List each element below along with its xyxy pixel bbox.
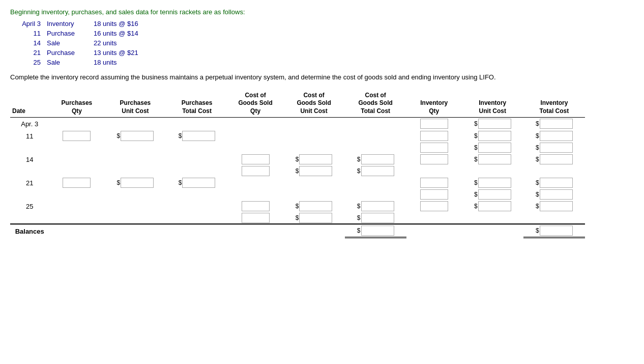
inv-qty-input-25-r1[interactable] — [420, 201, 448, 211]
cogs-unit-cell[interactable]: $ — [283, 200, 345, 212]
item-detail: 16 units @ $14 — [94, 30, 138, 37]
inv-total-input-25-r1[interactable] — [540, 201, 573, 211]
inv-qty-input-21-r2[interactable] — [420, 189, 448, 200]
inv-unit-cell[interactable]: $ — [462, 130, 523, 142]
inv-total-balance-input[interactable] — [540, 226, 573, 236]
inv-qty-cell[interactable] — [406, 189, 462, 200]
purchases-total-cell[interactable]: $ — [166, 130, 227, 142]
inv-total-cell[interactable]: $ — [523, 118, 585, 130]
inv-total-input-11-r2[interactable] — [540, 143, 573, 153]
inv-qty-input-21-r1[interactable] — [420, 178, 448, 188]
inv-unit-cell[interactable]: $ — [462, 200, 523, 212]
col-header-purchases-total-cost: PurchasesTotal Cost — [166, 91, 227, 118]
inv-qty-cell[interactable] — [406, 118, 462, 130]
purchases-unit-input-11[interactable] — [121, 131, 154, 141]
dollar-sign: $ — [474, 156, 478, 163]
cogs-qty-cell[interactable] — [228, 212, 283, 224]
cogs-qty-cell[interactable] — [228, 200, 283, 212]
cogs-total-input-25-r1[interactable] — [361, 201, 394, 211]
inv-qty-input-apr3[interactable] — [420, 119, 448, 129]
inv-total-cell[interactable]: $ — [523, 177, 585, 189]
cogs-total-input-25-r2[interactable] — [361, 213, 394, 223]
inv-unit-input-apr3[interactable] — [478, 119, 511, 129]
inv-unit-input-21-r1[interactable] — [478, 178, 511, 188]
cogs-total-cell[interactable]: $ — [345, 212, 406, 224]
inv-unit-input-14-r1[interactable] — [478, 154, 511, 164]
item-detail: 18 units — [94, 59, 117, 66]
purchases-unit-cell[interactable]: $ — [104, 130, 166, 142]
cogs-qty-input-14-r2[interactable] — [242, 166, 270, 176]
inv-qty-cell[interactable] — [406, 153, 462, 165]
cogs-unit-cell[interactable]: $ — [283, 212, 345, 224]
purchases-total-input-21[interactable] — [182, 178, 215, 188]
inv-total-cell[interactable]: $ — [523, 189, 585, 200]
inv-qty-cell[interactable] — [406, 200, 462, 212]
inv-qty-input-11-r1[interactable] — [420, 131, 448, 141]
cogs-total-input-14-r1[interactable] — [361, 154, 394, 164]
cogs-total-cell[interactable]: $ — [345, 200, 406, 212]
inv-qty-input-11-r2[interactable] — [420, 143, 448, 153]
date-cell: 21 — [10, 177, 49, 189]
inv-qty-cell[interactable] — [406, 130, 462, 142]
purchases-unit-cell — [104, 118, 166, 130]
purchases-unit-cell[interactable]: $ — [104, 177, 166, 189]
inv-total-input-21-r1[interactable] — [540, 178, 573, 188]
inv-unit-input-21-r2[interactable] — [478, 189, 511, 200]
date-cell: 14 — [10, 153, 49, 165]
inv-unit-cell[interactable]: $ — [462, 177, 523, 189]
inv-unit-cell — [462, 212, 523, 224]
purchases-qty-cell[interactable] — [49, 130, 104, 142]
inv-qty-input-14-r1[interactable] — [420, 154, 448, 164]
cogs-total-balance-cell[interactable]: $ — [345, 224, 406, 238]
cogs-qty-input-25-r1[interactable] — [242, 201, 270, 211]
dollar-sign: $ — [296, 167, 299, 175]
list-item: April 3 Inventory 18 units @ $16 — [20, 20, 634, 27]
dollar-sign: $ — [474, 132, 478, 139]
cogs-total-balance-input[interactable] — [361, 226, 394, 236]
inv-unit-cell[interactable]: $ — [462, 189, 523, 200]
inv-total-cell[interactable]: $ — [523, 130, 585, 142]
cogs-unit-cell[interactable]: $ — [283, 165, 345, 177]
dollar-sign: $ — [536, 132, 539, 139]
cogs-qty-cell[interactable] — [228, 153, 283, 165]
cogs-total-cell[interactable]: $ — [345, 153, 406, 165]
purchases-qty-input-21[interactable] — [63, 178, 91, 188]
inv-total-cell[interactable]: $ — [523, 142, 585, 153]
inv-total-input-apr3[interactable] — [540, 119, 573, 129]
inv-unit-cell[interactable]: $ — [462, 118, 523, 130]
inv-unit-input-25-r1[interactable] — [478, 201, 511, 211]
cogs-unit-input-25-r2[interactable] — [299, 213, 332, 223]
cogs-total-input-14-r2[interactable] — [361, 166, 394, 176]
cogs-unit-input-14-r1[interactable] — [299, 154, 332, 164]
cogs-unit-cell[interactable]: $ — [283, 153, 345, 165]
cogs-qty-cell[interactable] — [228, 165, 283, 177]
purchases-unit-input-21[interactable] — [121, 178, 154, 188]
purchases-total-cell[interactable]: $ — [166, 177, 227, 189]
table-row-apr3: Apr. 3 $ $ — [10, 118, 585, 130]
inv-total-cell[interactable]: $ — [523, 200, 585, 212]
cogs-unit-input-14-r2[interactable] — [299, 166, 332, 176]
purchases-total-input-11[interactable] — [182, 131, 215, 141]
inv-total-input-11-r1[interactable] — [540, 131, 573, 141]
inv-unit-input-11-r1[interactable] — [478, 131, 511, 141]
inv-total-cell[interactable]: $ — [523, 153, 585, 165]
col-header-cogs-total-cost: Cost ofGoods SoldTotal Cost — [345, 91, 406, 118]
table-row-14-r1: 14 $ $ $ $ — [10, 153, 585, 165]
cogs-qty-input-25-r2[interactable] — [242, 213, 270, 223]
inv-unit-cell[interactable]: $ — [462, 142, 523, 153]
purchases-qty-cell[interactable] — [49, 177, 104, 189]
cogs-qty-input-14-r1[interactable] — [242, 154, 270, 164]
cogs-unit-input-25-r1[interactable] — [299, 201, 332, 211]
inv-unit-cell[interactable]: $ — [462, 153, 523, 165]
inv-total-input-21-r2[interactable] — [540, 189, 573, 200]
dollar-sign: $ — [179, 132, 182, 139]
inv-qty-cell — [406, 224, 462, 238]
cogs-total-cell[interactable]: $ — [345, 165, 406, 177]
inv-total-balance-cell[interactable]: $ — [523, 224, 585, 238]
inv-total-input-14-r1[interactable] — [540, 154, 573, 164]
inv-qty-cell[interactable] — [406, 142, 462, 153]
purchases-qty-cell — [49, 142, 104, 153]
inv-qty-cell[interactable] — [406, 177, 462, 189]
inv-unit-input-11-r2[interactable] — [478, 143, 511, 153]
purchases-qty-input-11[interactable] — [63, 131, 91, 141]
